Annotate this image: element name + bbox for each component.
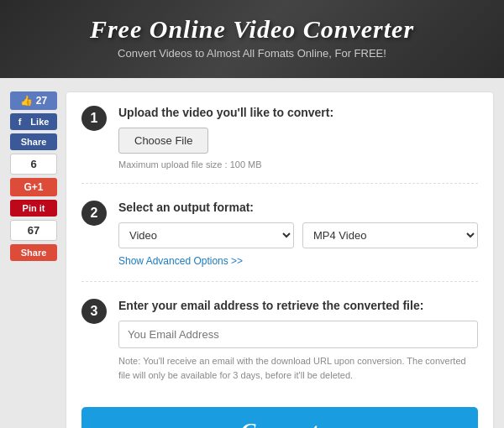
step-2-label: Select an output format: — [118, 201, 478, 214]
step-1-number: 1 — [81, 106, 107, 131]
facebook-like-button[interactable]: f Like — [10, 113, 57, 130]
step-3-content: Enter your email address to retrieve the… — [118, 299, 478, 382]
email-note: Note: You'll receive an email with the d… — [118, 354, 478, 382]
sidebar: 👍 27 f Like Share 6 G+1 Pin it 67 Share — [10, 91, 57, 428]
format-subtype-select[interactable]: MP4 Video AVI Video MOV Video WMV Video — [302, 222, 478, 248]
file-size-note: Maximum upload file size : 100 MB — [118, 159, 478, 170]
step-1-content: Upload the video you'll like to convert:… — [118, 106, 478, 170]
step-2-content: Select an output format: Video Audio Ima… — [118, 201, 478, 268]
thumbs-button[interactable]: 👍 27 — [10, 91, 57, 110]
format-type-select[interactable]: Video Audio Image — [118, 222, 294, 248]
share-button[interactable]: Share — [10, 244, 57, 261]
facebook-share-button[interactable]: Share — [10, 133, 57, 150]
header-title: Free Online Video Converter — [17, 15, 487, 44]
step-3-label: Enter your email address to retrieve the… — [118, 299, 478, 312]
format-selects-row: Video Audio Image MP4 Video AVI Video MO… — [118, 222, 478, 248]
pinterest-button[interactable]: Pin it — [10, 200, 57, 217]
main-wrapper: 👍 27 f Like Share 6 G+1 Pin it 67 Share … — [0, 78, 504, 428]
header-subtitle: Convert Videos to Almost All Fomats Onli… — [17, 47, 487, 60]
share-count: 67 — [10, 220, 57, 241]
step-2-number: 2 — [81, 201, 107, 226]
content-area: 1 Upload the video you'll like to conver… — [66, 91, 494, 428]
step-1-label: Upload the video you'll like to convert: — [118, 106, 478, 119]
step-2: 2 Select an output format: Video Audio I… — [81, 201, 478, 282]
step-3-number: 3 — [81, 299, 107, 324]
email-input[interactable] — [118, 321, 478, 348]
advanced-options-link[interactable]: Show Advanced Options >> — [118, 255, 243, 267]
choose-file-button[interactable]: Choose File — [118, 128, 208, 154]
gplus-count: 6 — [10, 154, 57, 175]
convert-button[interactable]: Convert — [81, 407, 478, 428]
step-1: 1 Upload the video you'll like to conver… — [81, 106, 478, 184]
header: Free Online Video Converter Convert Vide… — [0, 0, 504, 78]
gplus-button[interactable]: G+1 — [10, 178, 57, 196]
step-3: 3 Enter your email address to retrieve t… — [81, 299, 478, 395]
